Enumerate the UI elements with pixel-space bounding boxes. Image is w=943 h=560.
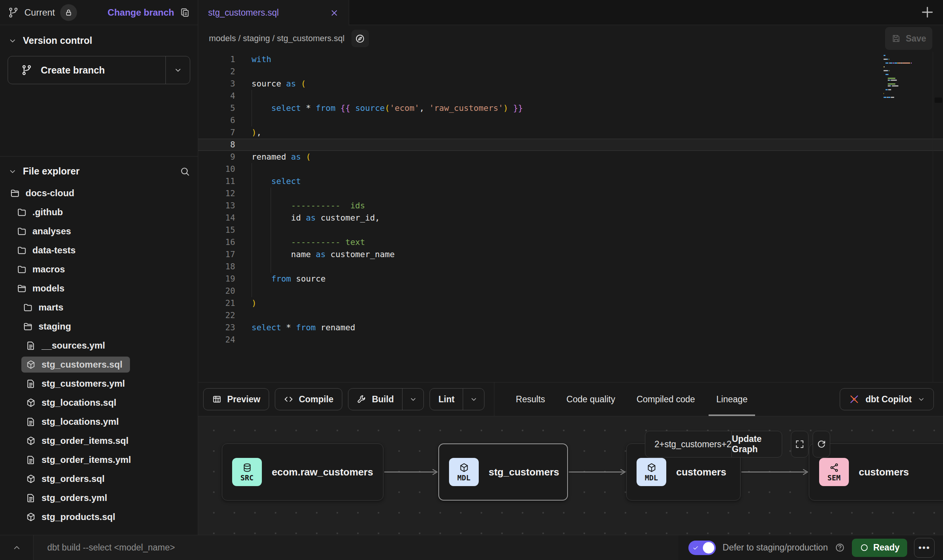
- build-dropdown[interactable]: [402, 389, 423, 410]
- save-button[interactable]: Save: [885, 27, 932, 50]
- editor-tab[interactable]: stg_customers.sql: [198, 0, 349, 26]
- copy-branch-icon[interactable]: [180, 7, 190, 18]
- editor-line-7[interactable]: 7),: [198, 126, 943, 139]
- version-control-header[interactable]: Version control: [0, 25, 198, 48]
- lineage-node-stg_customers[interactable]: MDLstg_customers: [438, 443, 568, 501]
- file-explorer-header[interactable]: File explorer: [0, 157, 198, 181]
- editor-line-1[interactable]: 1with: [198, 53, 943, 66]
- file-icon: [26, 341, 36, 350]
- tree-item-stg_customers.sql[interactable]: stg_customers.sql: [0, 355, 198, 374]
- tree-item-docs-cloud[interactable]: docs-cloud: [0, 184, 198, 203]
- model-icon: [26, 512, 36, 522]
- tree-item-stg_order_items.sql[interactable]: stg_order_items.sql: [0, 431, 198, 450]
- editor-line-11[interactable]: 11 select: [198, 175, 943, 187]
- expand-command-button[interactable]: [0, 535, 34, 560]
- tab-results[interactable]: Results: [516, 382, 545, 416]
- create-branch-dropdown[interactable]: [165, 56, 190, 84]
- editor-line-15[interactable]: 15: [198, 224, 943, 236]
- tree-item-stg_orders.yml[interactable]: stg_orders.yml: [0, 488, 198, 507]
- tree-item-stg_customers.yml[interactable]: stg_customers.yml: [0, 374, 198, 393]
- action-toolbar: PreviewCompileBuildLint ResultsCode qual…: [198, 382, 943, 416]
- lineage-selector-input[interactable]: 2+stg_customers+2: [645, 431, 731, 457]
- compile-button-main[interactable]: Compile: [275, 389, 342, 410]
- editor-line-21[interactable]: 21): [198, 297, 943, 309]
- tree-item-stg_locations.yml[interactable]: stg_locations.yml: [0, 412, 198, 431]
- dbt-copilot-button[interactable]: dbt Copilot: [840, 388, 934, 410]
- editor-line-23[interactable]: 23select * from renamed: [198, 322, 943, 334]
- editor-line-6[interactable]: 6: [198, 114, 943, 126]
- new-tab-button[interactable]: [920, 5, 935, 19]
- editor-line-5[interactable]: 5 select * from {{ source('ecom', 'raw_c…: [198, 102, 943, 114]
- close-icon[interactable]: [330, 8, 339, 18]
- editor-line-16[interactable]: 16 ---------- text: [198, 236, 943, 248]
- defer-toggle[interactable]: [688, 541, 716, 555]
- lint-button[interactable]: Lint: [430, 388, 484, 410]
- editor-line-4[interactable]: 4: [198, 90, 943, 102]
- editor-line-2[interactable]: 2: [198, 66, 943, 78]
- more-options-button[interactable]: •••: [914, 538, 935, 558]
- tree-item-label: stg_locations.yml: [42, 416, 119, 427]
- line-number: 12: [198, 187, 235, 200]
- tree-item-stg_orders.sql[interactable]: stg_orders.sql: [0, 469, 198, 488]
- editor-line-14[interactable]: 14 id as customer_id,: [198, 212, 943, 224]
- editor-line-13[interactable]: 13 ---------- ids: [198, 200, 943, 212]
- editor-line-22[interactable]: 22: [198, 309, 943, 322]
- tree-item-label: stg_orders.sql: [42, 474, 104, 484]
- editor-lines[interactable]: 1with23source as (45 select * from {{ so…: [198, 53, 943, 346]
- help-icon[interactable]: [835, 542, 845, 553]
- build-button[interactable]: Build: [348, 388, 424, 410]
- tree-item-macros[interactable]: macros: [0, 260, 198, 279]
- tree-item-label: stg_customers.sql: [42, 359, 122, 370]
- minimap-thumb[interactable]: [935, 98, 942, 103]
- button-label: Compile: [299, 394, 334, 405]
- git-branch-icon: [21, 64, 32, 76]
- tree-item-label: .github: [32, 207, 63, 218]
- tree-item-models[interactable]: models: [0, 279, 198, 298]
- refresh-button[interactable]: [813, 431, 830, 458]
- tree-item-stg_products.sql[interactable]: stg_products.sql: [0, 507, 198, 526]
- tree-item-.github[interactable]: .github: [0, 203, 198, 222]
- compile-button[interactable]: Compile: [275, 388, 342, 410]
- create-branch-main[interactable]: Create branch: [8, 56, 165, 84]
- tree-item-marts[interactable]: marts: [0, 298, 198, 317]
- branch-lock-badge: [60, 4, 77, 21]
- tree-item-staging[interactable]: staging: [0, 317, 198, 336]
- editor-line-3[interactable]: 3source as (: [198, 78, 943, 90]
- change-branch-link[interactable]: Change branch: [107, 7, 174, 18]
- code-editor[interactable]: 1with23source as (45 select * from {{ so…: [198, 52, 943, 382]
- tree-item-data-tests[interactable]: data-tests: [0, 241, 198, 260]
- lineage-node-ecom.raw_customers[interactable]: SRCecom.raw_customers: [222, 443, 383, 501]
- tree-item-analyses[interactable]: analyses: [0, 222, 198, 241]
- editor-line-12[interactable]: 12: [198, 187, 943, 200]
- tree-item-__sources.yml[interactable]: __sources.yml: [0, 336, 198, 355]
- create-branch-button[interactable]: Create branch: [8, 56, 190, 84]
- update-graph-button[interactable]: Update Graph: [731, 431, 782, 457]
- fullscreen-button[interactable]: [791, 431, 808, 458]
- tab-code-quality[interactable]: Code quality: [566, 382, 615, 416]
- search-icon[interactable]: [180, 166, 190, 177]
- editor-line-17[interactable]: 17 name as customer_name: [198, 248, 943, 261]
- line-number: 13: [198, 200, 235, 212]
- preview-button[interactable]: Preview: [203, 388, 269, 410]
- lint-button-main[interactable]: Lint: [430, 389, 463, 410]
- preview-button-main[interactable]: Preview: [204, 389, 269, 410]
- editor-line-24[interactable]: 24: [198, 334, 943, 346]
- lint-dropdown[interactable]: [463, 389, 484, 410]
- compass-button[interactable]: [351, 30, 369, 47]
- editor-line-9[interactable]: 9renamed as (: [198, 151, 943, 163]
- editor-line-10[interactable]: 10: [198, 163, 943, 175]
- tree-item-label: stg_products.sql: [42, 512, 115, 522]
- editor-line-19[interactable]: 19 from source: [198, 273, 943, 285]
- editor-line-18[interactable]: 18: [198, 261, 943, 273]
- ready-status-button[interactable]: Ready: [852, 539, 907, 557]
- editor-line-8[interactable]: 8: [198, 139, 943, 151]
- command-input[interactable]: dbt build --select <model_name>: [34, 535, 678, 560]
- build-button-main[interactable]: Build: [348, 389, 403, 410]
- minimap[interactable]: [884, 55, 930, 101]
- tab-compiled-code[interactable]: Compiled code: [637, 382, 695, 416]
- tab-lineage[interactable]: Lineage: [716, 382, 747, 416]
- tree-item-stg_order_items.yml[interactable]: stg_order_items.yml: [0, 450, 198, 469]
- tree-item-stg_locations.sql[interactable]: stg_locations.sql: [0, 393, 198, 412]
- editor-line-20[interactable]: 20: [198, 285, 943, 297]
- database-icon: [242, 462, 252, 473]
